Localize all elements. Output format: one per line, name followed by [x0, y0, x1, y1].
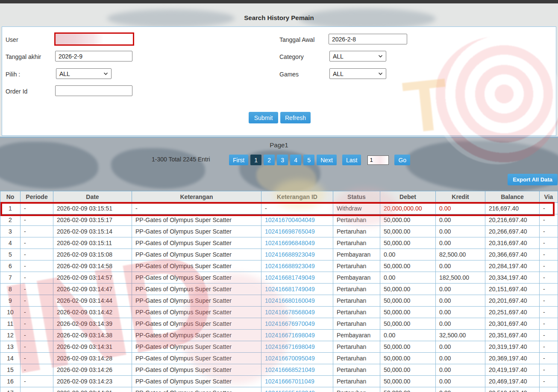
tanggal-awal-label: Tanggal Awal [279, 36, 314, 43]
cell-balance: 20,151,697.40 [485, 284, 540, 295]
cell-keterangan_id[interactable]: 102416676970049 [261, 318, 333, 329]
go-button[interactable]: Go [394, 155, 410, 165]
cell-keterangan_id[interactable]: 102416678568049 [261, 307, 333, 318]
cell-keterangan_id[interactable]: 102416681749049 [261, 272, 333, 283]
cell-date: 2026-02-09 03:14:26 [53, 364, 132, 375]
cell-keterangan_id[interactable]: 102416671698049 [261, 330, 333, 341]
pilih-select[interactable]: ALL [56, 68, 112, 79]
table-row: 12-2026-02-09 03:14:38PP-Gates of Olympu… [0, 330, 558, 341]
table-row: 5-2026-02-09 03:15:08PP-Gates of Olympus… [0, 249, 558, 260]
cell-status: Pertaruhan [333, 307, 380, 318]
cell-keterangan_id[interactable]: 102416698765049 [261, 226, 333, 237]
chevron-down-icon [378, 72, 383, 75]
cell-kredit: 182,500.00 [436, 272, 485, 283]
cell-keterangan_id[interactable]: 102416668521049 [261, 364, 333, 375]
cell-keterangan: PP-Gates of Olympus Super Scatter [132, 237, 261, 249]
cell-kredit: 0.00 [436, 237, 485, 249]
cell-debet: 50,000.00 [380, 364, 436, 375]
page-button-4[interactable]: 4 [290, 155, 301, 165]
cell-debet: 0.00 [380, 330, 436, 341]
cell-balance: 20,216,697.40 [485, 214, 540, 225]
export-all-data-button[interactable]: Export All Data [508, 174, 558, 185]
pagination: First 12345 Next Last Go [229, 155, 410, 165]
cell-periode: - [21, 307, 53, 318]
cell-kredit: 0.00 [436, 318, 485, 329]
cell-status: Withdraw [333, 203, 380, 214]
page-indicator: Page1 [270, 141, 288, 149]
order-id-input[interactable] [55, 85, 132, 96]
cell-status: Pertaruhan [333, 376, 380, 387]
cell-balance: 20,201,697.40 [485, 295, 540, 306]
cell-balance: 20,469,197.40 [485, 376, 540, 387]
cell-status: Pertaruhan [333, 318, 380, 329]
cell-via: - [540, 341, 558, 352]
cell-keterangan_id[interactable]: 102416680160049 [261, 295, 333, 306]
user-input[interactable] [54, 32, 134, 46]
tanggal-awal-input[interactable] [329, 34, 407, 44]
tanggal-akhir-input[interactable] [55, 51, 132, 61]
cell-keterangan: PP-Gates of Olympus Super Scatter [132, 318, 261, 329]
cell-periode: - [21, 226, 53, 237]
games-select[interactable]: ALL [329, 68, 386, 79]
cell-via: - [540, 226, 558, 237]
cell-status: Pertaruhan [333, 214, 380, 225]
header-date: Date [53, 191, 132, 202]
cell-date: 2026-02-09 03:14:44 [53, 295, 132, 306]
chevron-down-icon [378, 55, 383, 58]
cell-no: 7 [0, 272, 21, 283]
cell-balance: 20,351,697.40 [485, 330, 540, 341]
cell-debet: 50,000.00 [380, 376, 436, 387]
cell-date: 2026-02-09 03:15:51 [53, 203, 132, 214]
cell-debet: 50,000.00 [380, 307, 436, 318]
cell-debet: 50,000.00 [380, 214, 436, 225]
page-button-2[interactable]: 2 [264, 155, 275, 165]
goto-page-input[interactable] [367, 155, 389, 165]
cell-keterangan_id[interactable]: 102416688923049 [261, 260, 333, 272]
page-button-3[interactable]: 3 [277, 155, 288, 165]
cell-no: 9 [0, 295, 21, 306]
submit-button[interactable]: Submit [249, 112, 278, 123]
table-row: 4-2026-02-09 03:15:11PP-Gates of Olympus… [0, 237, 558, 249]
cell-via: - [540, 376, 558, 387]
cell-periode: - [21, 249, 53, 260]
cell-keterangan_id[interactable]: 102416700404049 [261, 214, 333, 225]
cell-keterangan_id[interactable]: 102416665463049 [261, 387, 333, 392]
cell-periode: - [21, 295, 53, 306]
cell-kredit: 0.00 [436, 203, 485, 214]
page-button-1[interactable]: 1 [250, 155, 261, 165]
cell-date: 2026-02-09 03:14:39 [53, 318, 132, 329]
entries-range-text: 1-300 Total 2245 Entri [152, 156, 210, 163]
cell-keterangan_id[interactable]: 102416670095049 [261, 353, 333, 364]
refresh-button[interactable]: Refresh [280, 112, 311, 123]
cell-balance: 20,366,697.40 [485, 249, 540, 260]
cell-via: - [540, 272, 558, 283]
category-select[interactable]: ALL [329, 51, 386, 61]
cell-keterangan_id[interactable]: 102416667011049 [261, 376, 333, 387]
cell-balance: 216,697.40 [485, 203, 540, 214]
cell-keterangan_id[interactable]: 102416671698049 [261, 341, 333, 352]
cell-status: Pembayaran [333, 330, 380, 341]
cell-keterangan_id[interactable]: 102416681749049 [261, 284, 333, 295]
first-page-button[interactable]: First [229, 155, 248, 165]
cell-balance: 20,301,697.40 [485, 318, 540, 329]
cell-no: 17 [0, 387, 21, 392]
cell-debet: 50,000.00 [380, 387, 436, 392]
cell-status: Pembayaran [333, 249, 380, 260]
header-status: Status [333, 191, 380, 202]
next-page-button[interactable]: Next [317, 155, 337, 165]
table-row: 16-2026-02-09 03:14:23PP-Gates of Olympu… [0, 376, 558, 387]
table-row: 2-2026-02-09 03:15:17PP-Gates of Olympus… [0, 214, 558, 226]
cell-keterangan: PP-Gates of Olympus Super Scatter [132, 272, 261, 283]
last-page-button[interactable]: Last [342, 155, 361, 165]
cell-kredit: 0.00 [436, 214, 485, 225]
cell-keterangan: PP-Gates of Olympus Super Scatter [132, 214, 261, 225]
header-via: Via [540, 191, 558, 202]
cell-keterangan: PP-Gates of Olympus Super Scatter [132, 295, 261, 306]
cell-via: - [540, 318, 558, 329]
cell-periode: - [21, 353, 53, 364]
page-button-5[interactable]: 5 [303, 155, 314, 165]
cell-keterangan_id[interactable]: 102416688923049 [261, 249, 333, 260]
cell-keterangan_id[interactable]: 102416696848049 [261, 237, 333, 249]
cell-no: 8 [0, 284, 21, 295]
cell-periode: - [21, 272, 53, 283]
